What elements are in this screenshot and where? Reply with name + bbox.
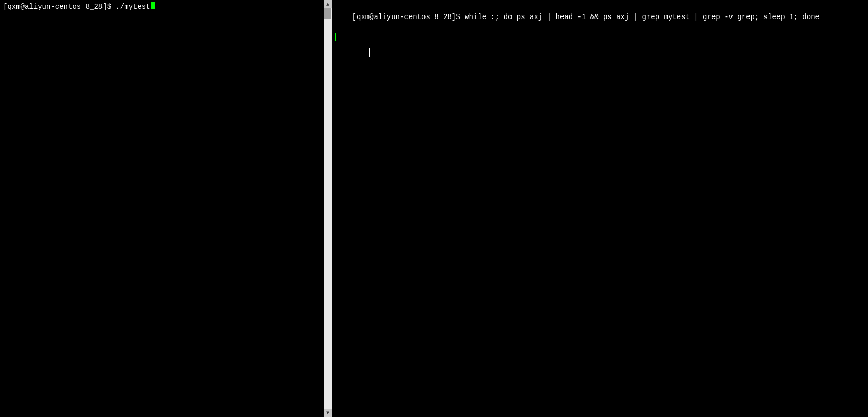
i-beam-cursor: |	[367, 47, 372, 58]
left-terminal-prompt: [qxm@aliyun-centos 8_28]$	[3, 2, 115, 12]
right-terminal-cursor	[335, 33, 336, 41]
left-terminal-command: ./mytest	[115, 2, 150, 12]
right-terminal-command: while :; do ps axj | head -1 && ps axj |…	[465, 13, 820, 21]
scroll-thumb[interactable]	[324, 8, 331, 19]
right-terminal-command-line: [qxm@aliyun-centos 8_28]$ while :; do ps…	[335, 2, 865, 32]
right-terminal-cursor-line	[335, 33, 865, 41]
scroll-up-arrow[interactable]: ▲	[324, 0, 332, 8]
vertical-scrollbar[interactable]: ▲ ▼	[324, 0, 332, 417]
scroll-down-arrow[interactable]: ▼	[324, 409, 332, 417]
left-terminal-prompt-line: [qxm@aliyun-centos 8_28]$ ./mytest	[3, 2, 320, 12]
terminal-left-pane[interactable]: [qxm@aliyun-centos 8_28]$ ./mytest	[0, 0, 324, 417]
scroll-track[interactable]	[324, 8, 332, 409]
terminal-right-pane[interactable]: [qxm@aliyun-centos 8_28]$ while :; do ps…	[332, 0, 868, 417]
right-terminal-prompt: [qxm@aliyun-centos 8_28]$	[352, 13, 465, 21]
left-terminal-cursor	[151, 2, 155, 9]
